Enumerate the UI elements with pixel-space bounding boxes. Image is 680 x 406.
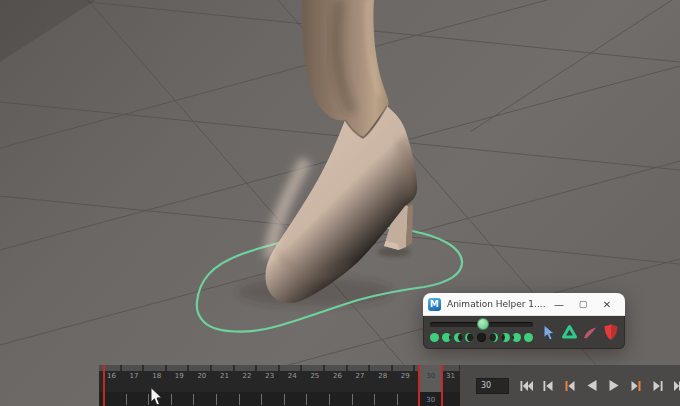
ease-dot-quarter-right[interactable]: [489, 333, 498, 342]
frame-label: 27: [356, 372, 365, 380]
go-to-start-button[interactable]: [516, 375, 536, 397]
close-button[interactable]: ✕: [595, 295, 619, 314]
frame-label: 26: [333, 372, 342, 380]
frame-tick: [126, 394, 127, 405]
ease-slider-knob[interactable]: [477, 318, 489, 330]
frame-tick: [216, 394, 217, 405]
app-icon: M: [428, 298, 441, 311]
helper-titlebar[interactable]: M Animation Helper 1.... — ▢ ✕: [423, 293, 625, 316]
frame-label: 19: [175, 372, 184, 380]
frame-label: 20: [197, 372, 206, 380]
step-forward-key-button[interactable]: [626, 375, 646, 397]
application-window: M Animation Helper 1.... — ▢ ✕: [0, 0, 680, 406]
ease-dot-three-quarter-left[interactable]: [442, 333, 451, 342]
ease-dot-empty[interactable]: [477, 333, 486, 342]
minimize-button[interactable]: —: [547, 295, 571, 314]
step-back-frame-button[interactable]: [538, 375, 558, 397]
playback-controls: [460, 365, 680, 406]
step-back-frame-icon: [543, 381, 553, 391]
current-frame-number: 30: [419, 372, 442, 380]
frame-tick: [239, 394, 240, 405]
time-slider[interactable]: 16171819202122232425262728293031 30 30: [99, 365, 460, 406]
play-backwards-icon: [587, 380, 597, 391]
current-frame-field[interactable]: [476, 378, 509, 394]
cycle-triangle-icon: [561, 324, 578, 340]
step-forward-frame-button[interactable]: [648, 375, 668, 397]
frame-label: 17: [130, 372, 139, 380]
frame-tick: [148, 394, 149, 405]
go-to-start-icon: [520, 381, 533, 391]
frame-tick: [193, 394, 194, 405]
step-forward-frame-icon: [653, 381, 663, 391]
play-forwards-button[interactable]: [604, 375, 624, 397]
timeline-lower-strip: [99, 392, 460, 406]
frame-tick: [374, 394, 375, 405]
shield-icon: [603, 323, 619, 341]
ease-dot-full[interactable]: [430, 333, 439, 342]
step-back-key-icon: [565, 381, 575, 391]
cycle-triangle-tool[interactable]: [560, 321, 578, 343]
step-forward-key-icon: [631, 381, 641, 391]
frame-tick: [397, 394, 398, 405]
frame-label: 22: [243, 372, 252, 380]
cache-strip: [99, 365, 460, 371]
frame-label: 31: [446, 372, 455, 380]
ease-dot-half-right[interactable]: [501, 333, 510, 342]
select-cursor-tool[interactable]: [539, 321, 557, 343]
helper-body: [423, 316, 625, 349]
animation-helper-window: M Animation Helper 1.... — ▢ ✕: [423, 293, 625, 349]
shield-tool[interactable]: [602, 321, 620, 343]
frame-tick: [284, 394, 285, 405]
ease-dot-half-left[interactable]: [454, 333, 463, 342]
curve-tool[interactable]: [581, 321, 599, 343]
helper-window-title: Animation Helper 1....: [447, 299, 547, 309]
current-frame-marker[interactable]: 30 30: [419, 365, 442, 392]
curve-icon: [582, 325, 598, 340]
ease-slider[interactable]: [430, 322, 533, 327]
ease-slider-block: [430, 322, 533, 342]
frame-tick: [329, 394, 330, 405]
frame-tick: [261, 394, 262, 405]
go-to-end-button[interactable]: [670, 375, 680, 397]
maximize-button[interactable]: ▢: [571, 295, 595, 314]
frame-label: 29: [401, 372, 410, 380]
play-forwards-icon: [609, 380, 619, 391]
frame-tick: [352, 394, 353, 405]
step-back-key-button[interactable]: [560, 375, 580, 397]
frame-label: 16: [107, 372, 116, 380]
frame-label: 28: [378, 372, 387, 380]
frame-label: 24: [288, 372, 297, 380]
ease-dot-three-quarter-right[interactable]: [512, 333, 521, 342]
frame-tick: [171, 394, 172, 405]
current-frame-number-lower: 30: [419, 396, 442, 404]
frame-label: 18: [152, 372, 161, 380]
range-start-marker: [103, 365, 105, 406]
ease-preset-dots: [430, 333, 533, 342]
frame-label: 23: [265, 372, 274, 380]
ease-dot-full[interactable]: [524, 333, 533, 342]
playback-buttons: [516, 375, 680, 397]
helper-tools: [539, 321, 620, 343]
ease-dot-quarter-left[interactable]: [465, 333, 474, 342]
play-backwards-button[interactable]: [582, 375, 602, 397]
frame-label: 25: [310, 372, 319, 380]
cursor-icon: [541, 324, 556, 341]
go-to-end-icon: [674, 381, 680, 391]
frame-tick: [306, 394, 307, 405]
frame-label: 21: [220, 372, 229, 380]
